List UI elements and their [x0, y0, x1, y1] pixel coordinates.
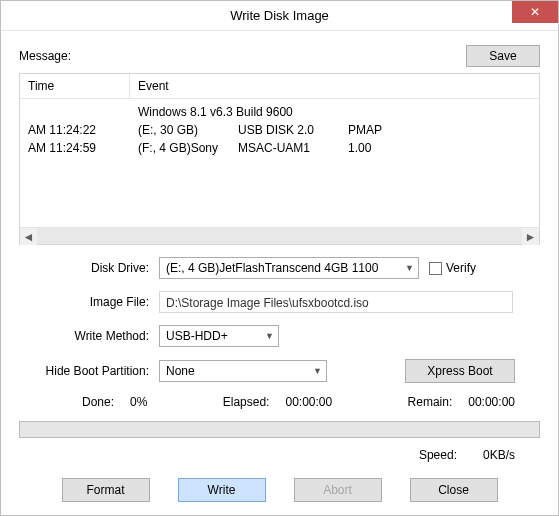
write-method-select[interactable]: USB-HDD+ ▼	[159, 325, 279, 347]
remain-label: Remain:	[408, 395, 453, 409]
disk-drive-select[interactable]: (E:, 4 GB)JetFlashTranscend 4GB 1100 ▼	[159, 257, 419, 279]
horizontal-scrollbar[interactable]: ◄ ►	[20, 227, 539, 244]
column-event[interactable]: Event	[130, 74, 539, 98]
column-time[interactable]: Time	[20, 74, 130, 98]
message-label: Message:	[19, 49, 466, 63]
log-event: USB DISK 2.0	[238, 121, 348, 139]
log-row: Windows 8.1 v6.3 Build 9600	[20, 103, 539, 121]
disk-drive-value: (E:, 4 GB)JetFlashTranscend 4GB 1100	[166, 261, 378, 275]
log-event: (F:, 4 GB)Sony	[138, 139, 238, 157]
message-log: Time Event Windows 8.1 v6.3 Build 9600 A…	[19, 73, 540, 245]
log-event: 1.00	[348, 139, 408, 157]
chevron-down-icon: ▼	[265, 331, 274, 341]
chevron-down-icon: ▼	[313, 366, 322, 376]
hide-boot-label: Hide Boot Partition:	[19, 364, 159, 378]
scroll-track[interactable]	[37, 228, 522, 244]
abort-button: Abort	[294, 478, 382, 502]
image-file-input[interactable]: D:\Storage Image Files\ufsxbootcd.iso	[159, 291, 513, 313]
done-label: Done:	[19, 395, 114, 409]
write-method-value: USB-HDD+	[166, 329, 228, 343]
log-time: AM 11:24:22	[20, 121, 130, 139]
write-button[interactable]: Write	[178, 478, 266, 502]
speed-label: Speed:	[419, 448, 457, 462]
log-body: Windows 8.1 v6.3 Build 9600 AM 11:24:22 …	[20, 99, 539, 227]
verify-label: Verify	[446, 261, 476, 275]
close-button[interactable]: Close	[410, 478, 498, 502]
titlebar: Write Disk Image ✕	[1, 1, 558, 31]
window-close-button[interactable]: ✕	[512, 1, 558, 23]
speed-value: 0KB/s	[483, 448, 515, 462]
xpress-boot-button[interactable]: Xpress Boot	[405, 359, 515, 383]
log-event: MSAC-UAM1	[238, 139, 348, 157]
log-row: AM 11:24:22 (E:, 30 GB) USB DISK 2.0 PMA…	[20, 121, 539, 139]
window-title: Write Disk Image	[1, 8, 558, 23]
scroll-left-icon[interactable]: ◄	[20, 228, 37, 245]
remain-value: 00:00:00	[468, 395, 515, 409]
verify-checkbox[interactable]	[429, 262, 442, 275]
scroll-right-icon[interactable]: ►	[522, 228, 539, 245]
log-row: AM 11:24:59 (F:, 4 GB)Sony MSAC-UAM1 1.0…	[20, 139, 539, 157]
log-event: PMAP	[348, 121, 408, 139]
log-event: (E:, 30 GB)	[138, 121, 238, 139]
hide-boot-select[interactable]: None ▼	[159, 360, 327, 382]
chevron-down-icon: ▼	[405, 263, 414, 273]
disk-drive-label: Disk Drive:	[19, 261, 159, 275]
image-file-label: Image File:	[19, 295, 159, 309]
log-event: Windows 8.1 v6.3 Build 9600	[138, 103, 293, 121]
format-button[interactable]: Format	[62, 478, 150, 502]
close-icon: ✕	[530, 5, 540, 19]
log-header: Time Event	[20, 74, 539, 99]
elapsed-value: 00:00:00	[285, 395, 332, 409]
log-time: AM 11:24:59	[20, 139, 130, 157]
log-time	[20, 103, 130, 121]
hide-boot-value: None	[166, 364, 195, 378]
save-button[interactable]: Save	[466, 45, 540, 67]
progress-bar	[19, 421, 540, 438]
done-value: 0%	[130, 395, 147, 409]
write-method-label: Write Method:	[19, 329, 159, 343]
elapsed-label: Elapsed:	[223, 395, 270, 409]
